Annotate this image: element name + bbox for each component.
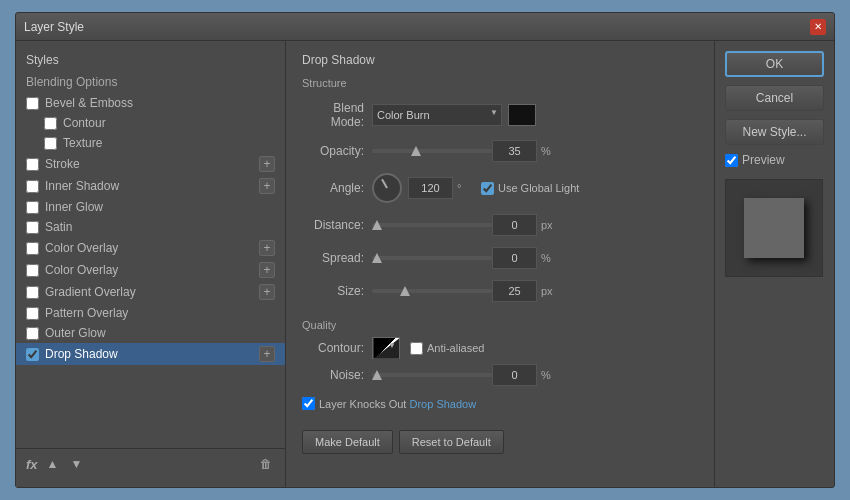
inner-glow-checkbox[interactable] — [26, 201, 39, 214]
blend-mode-label: Blend Mode: — [302, 101, 372, 129]
inner-glow-label: Inner Glow — [45, 200, 275, 214]
sidebar-item-color-overlay-2[interactable]: Color Overlay + — [16, 259, 285, 281]
angle-dial[interactable] — [372, 173, 402, 203]
inner-shadow-add-button[interactable]: + — [259, 178, 275, 194]
sidebar-item-drop-shadow[interactable]: Drop Shadow + — [16, 343, 285, 365]
spread-label: Spread: — [302, 251, 372, 265]
gradient-overlay-checkbox[interactable] — [26, 286, 39, 299]
anti-aliased-row: Anti-aliased — [410, 342, 484, 355]
preview-checkbox[interactable] — [725, 154, 738, 167]
anti-aliased-checkbox[interactable] — [410, 342, 423, 355]
pattern-overlay-checkbox[interactable] — [26, 307, 39, 320]
move-up-button[interactable]: ▲ — [44, 455, 62, 473]
gradient-overlay-label: Gradient Overlay — [45, 285, 259, 299]
noise-input[interactable] — [492, 364, 537, 386]
spread-slider[interactable] — [372, 256, 492, 260]
contour-preview[interactable] — [372, 337, 400, 359]
sidebar-item-contour[interactable]: Contour — [16, 113, 285, 133]
layer-knocks-checkbox[interactable] — [302, 397, 315, 410]
sidebar-item-texture[interactable]: Texture — [16, 133, 285, 153]
sidebar-item-satin[interactable]: Satin — [16, 217, 285, 237]
preview-label-row: Preview — [725, 153, 824, 167]
main-panel: Drop Shadow Structure Blend Mode: Color … — [286, 41, 714, 487]
color-overlay-2-checkbox[interactable] — [26, 264, 39, 277]
size-slider[interactable] — [372, 289, 492, 293]
gradient-overlay-add-button[interactable]: + — [259, 284, 275, 300]
move-down-button[interactable]: ▼ — [68, 455, 86, 473]
size-unit: px — [541, 285, 557, 297]
new-style-button[interactable]: New Style... — [725, 119, 824, 145]
make-default-button[interactable]: Make Default — [302, 430, 393, 454]
contour-label: Contour — [63, 116, 275, 130]
outer-glow-checkbox[interactable] — [26, 327, 39, 340]
opacity-row: Opacity: % — [302, 140, 698, 162]
stroke-checkbox[interactable] — [26, 158, 39, 171]
action-row: Make Default Reset to Default — [302, 430, 698, 454]
distance-label: Distance: — [302, 218, 372, 232]
ok-button[interactable]: OK — [725, 51, 824, 77]
angle-input[interactable] — [408, 177, 453, 199]
stroke-add-button[interactable]: + — [259, 156, 275, 172]
spread-input[interactable] — [492, 247, 537, 269]
contour-label-main: Contour: — [302, 341, 372, 355]
sidebar-item-stroke[interactable]: Stroke + — [16, 153, 285, 175]
fx-label: fx — [26, 457, 38, 472]
spread-unit: % — [541, 252, 557, 264]
blend-mode-wrapper: Color Burn Normal Multiply — [372, 104, 502, 126]
reset-to-default-button[interactable]: Reset to Default — [399, 430, 504, 454]
angle-row: Angle: ° Use Global Light — [302, 173, 698, 203]
contour-checkbox[interactable] — [44, 117, 57, 130]
sidebar-item-bevel[interactable]: Bevel & Emboss — [16, 93, 285, 113]
blend-color-swatch[interactable] — [508, 104, 536, 126]
noise-slider[interactable] — [372, 373, 492, 377]
color-overlay-2-label: Color Overlay — [45, 263, 259, 277]
color-overlay-2-add-button[interactable]: + — [259, 262, 275, 278]
sidebar-item-inner-shadow[interactable]: Inner Shadow + — [16, 175, 285, 197]
sidebar-item-gradient-overlay[interactable]: Gradient Overlay + — [16, 281, 285, 303]
opacity-input[interactable] — [492, 140, 537, 162]
cancel-button[interactable]: Cancel — [725, 85, 824, 111]
preview-label: Preview — [742, 153, 785, 167]
distance-row: Distance: px — [302, 214, 698, 236]
drop-shadow-checkbox[interactable] — [26, 348, 39, 361]
bevel-checkbox[interactable] — [26, 97, 39, 110]
distance-input[interactable] — [492, 214, 537, 236]
distance-slider[interactable] — [372, 223, 492, 227]
sidebar-item-inner-glow[interactable]: Inner Glow — [16, 197, 285, 217]
sidebar-item-pattern-overlay[interactable]: Pattern Overlay — [16, 303, 285, 323]
drop-shadow-add-button[interactable]: + — [259, 346, 275, 362]
bottom-toolbar: fx ▲ ▼ 🗑 — [16, 448, 285, 479]
window-body: Styles Blending Options Bevel & Emboss C… — [16, 41, 834, 487]
global-light-checkbox[interactable] — [481, 182, 494, 195]
preview-inner-box — [744, 198, 804, 258]
satin-label: Satin — [45, 220, 275, 234]
opacity-slider[interactable] — [372, 149, 492, 153]
quality-title: Quality — [302, 319, 698, 331]
structure-subtitle: Structure — [302, 77, 698, 89]
noise-unit: % — [541, 369, 557, 381]
blending-options-title[interactable]: Blending Options — [16, 73, 285, 93]
angle-unit: ° — [457, 182, 473, 194]
color-overlay-1-checkbox[interactable] — [26, 242, 39, 255]
sidebar-item-color-overlay-1[interactable]: Color Overlay + — [16, 237, 285, 259]
close-button[interactable]: ✕ — [810, 19, 826, 35]
color-overlay-1-add-button[interactable]: + — [259, 240, 275, 256]
color-overlay-1-label: Color Overlay — [45, 241, 259, 255]
blend-mode-select[interactable]: Color Burn Normal Multiply — [372, 104, 502, 126]
blend-mode-row: Blend Mode: Color Burn Normal Multiply — [302, 101, 698, 129]
contour-icon — [373, 337, 399, 359]
drop-shadow-label: Drop Shadow — [45, 347, 259, 361]
delete-button[interactable]: 🗑 — [257, 455, 275, 473]
angle-label: Angle: — [302, 181, 372, 195]
right-panel: OK Cancel New Style... Preview — [714, 41, 834, 487]
texture-checkbox[interactable] — [44, 137, 57, 150]
sidebar-item-outer-glow[interactable]: Outer Glow — [16, 323, 285, 343]
section-title: Drop Shadow — [302, 53, 698, 67]
pattern-overlay-label: Pattern Overlay — [45, 306, 275, 320]
inner-shadow-checkbox[interactable] — [26, 180, 39, 193]
satin-checkbox[interactable] — [26, 221, 39, 234]
window-title: Layer Style — [24, 20, 810, 34]
layer-knocks-label: Layer Knocks Out Drop Shadow — [319, 398, 476, 410]
size-input[interactable] — [492, 280, 537, 302]
preview-box — [725, 179, 823, 277]
